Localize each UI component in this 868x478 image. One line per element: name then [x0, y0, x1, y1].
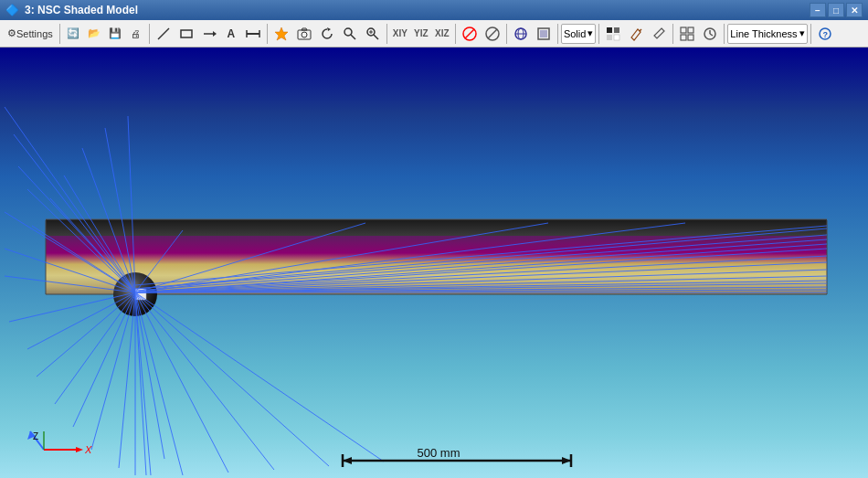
- svg-rect-32: [681, 27, 686, 33]
- xiy-label: XIY: [393, 28, 408, 38]
- star-icon: [274, 27, 289, 41]
- svg-rect-26: [540, 30, 547, 37]
- svg-line-94: [135, 294, 151, 475]
- folder-icon: 📂: [88, 27, 101, 39]
- svg-rect-27: [607, 27, 612, 33]
- layer-button[interactable]: [533, 23, 555, 45]
- svg-line-54: [5, 249, 135, 292]
- text-icon: A: [227, 27, 235, 40]
- stop-icon: [462, 27, 477, 41]
- grid-icon: [680, 27, 694, 41]
- svg-line-70: [135, 281, 827, 292]
- text-button[interactable]: A: [221, 23, 241, 45]
- solid-label: Solid: [564, 28, 586, 39]
- xiz-button[interactable]: XIZ: [432, 23, 452, 45]
- svg-marker-11: [327, 27, 331, 31]
- svg-line-95: [135, 294, 164, 459]
- sep8: [598, 24, 599, 44]
- svg-marker-100: [562, 457, 571, 464]
- svg-line-38: [710, 34, 713, 36]
- sep6: [506, 24, 507, 44]
- svg-line-64: [135, 292, 183, 475]
- svg-line-57: [27, 292, 135, 349]
- svg-line-48: [5, 107, 135, 292]
- svg-rect-35: [688, 35, 693, 40]
- svg-marker-3: [213, 31, 217, 37]
- stop-button[interactable]: [459, 23, 481, 45]
- svg-line-61: [91, 292, 135, 450]
- draw-line-button[interactable]: [153, 23, 175, 45]
- svg-line-92: [128, 116, 135, 292]
- title-bar-left: 🔷 3: NSC Shaded Model: [5, 4, 138, 16]
- svg-line-71: [135, 283, 827, 292]
- svg-line-73: [135, 290, 827, 292]
- svg-marker-105: [27, 431, 36, 440]
- window-title: 3: NSC Shaded Model: [25, 4, 138, 16]
- svg-marker-99: [343, 457, 352, 464]
- svg-line-72: [135, 287, 827, 292]
- title-bar-controls[interactable]: − □ ✕: [810, 3, 863, 17]
- svg-line-69: [135, 276, 827, 292]
- eyedropper-icon: [651, 27, 666, 41]
- svg-line-59: [55, 292, 135, 404]
- no-icon: [485, 27, 500, 41]
- paint-button[interactable]: [625, 23, 647, 45]
- eyedropper-button[interactable]: [648, 23, 670, 45]
- svg-line-85: [135, 256, 827, 292]
- sep7: [557, 24, 558, 44]
- toolbar: ⚙ Settings 🔄 📂 💾 🖨 A XIY YIZ XIZ: [0, 20, 868, 48]
- refresh-icon: 🔄: [67, 27, 79, 39]
- open-button[interactable]: 📂: [84, 23, 104, 45]
- svg-rect-41: [46, 219, 827, 294]
- sep4: [386, 24, 387, 44]
- line-icon: [156, 27, 171, 41]
- svg-line-66: [135, 292, 274, 470]
- help-button[interactable]: ?: [814, 23, 836, 45]
- globe-button[interactable]: [510, 23, 532, 45]
- minimize-button[interactable]: −: [810, 3, 826, 17]
- svg-line-60: [73, 292, 135, 427]
- paint-icon: [629, 27, 643, 41]
- rotate-icon: [320, 27, 334, 41]
- svg-marker-7: [275, 27, 288, 40]
- hline-button[interactable]: [242, 23, 264, 45]
- refresh-button[interactable]: 🔄: [63, 23, 83, 45]
- layer-icon: [536, 27, 551, 41]
- clock-button[interactable]: [699, 23, 721, 45]
- print-button[interactable]: 🖨: [126, 23, 146, 45]
- save-button[interactable]: 💾: [105, 23, 125, 45]
- scale-bar-group: 500 mm: [343, 446, 571, 467]
- sep3: [267, 24, 268, 44]
- window-icon: 🔷: [5, 4, 19, 16]
- svg-line-52: [5, 212, 135, 292]
- svg-rect-1: [181, 30, 192, 37]
- star-button[interactable]: [270, 23, 292, 45]
- settings-button[interactable]: ⚙ Settings: [4, 23, 57, 45]
- draw-rect-button[interactable]: [175, 23, 197, 45]
- help-icon: ?: [818, 27, 832, 41]
- svg-line-65: [135, 292, 228, 473]
- xiy-button[interactable]: XIY: [390, 23, 410, 45]
- draw-arrow-button[interactable]: [198, 23, 220, 45]
- color-icon: [606, 27, 620, 41]
- grid-button[interactable]: [676, 23, 698, 45]
- color-swatch[interactable]: [602, 23, 624, 45]
- rect-icon: [179, 27, 194, 41]
- solid-dropdown[interactable]: Solid ▾: [561, 24, 596, 44]
- rotate-button[interactable]: [316, 23, 338, 45]
- svg-line-63: [135, 292, 146, 475]
- zoom-fit-button[interactable]: [362, 23, 384, 45]
- line-thickness-dropdown[interactable]: Line Thickness ▾: [727, 24, 807, 44]
- magnify-button[interactable]: [339, 23, 361, 45]
- camera-button[interactable]: [293, 23, 315, 45]
- sep1: [59, 24, 60, 44]
- svg-rect-33: [688, 27, 693, 33]
- yiz-button[interactable]: YIZ: [411, 23, 431, 45]
- close-button[interactable]: ✕: [846, 3, 863, 17]
- hline-icon: [246, 27, 260, 41]
- no-button[interactable]: [482, 23, 503, 45]
- maximize-button[interactable]: □: [828, 3, 844, 17]
- svg-rect-29: [607, 35, 612, 40]
- svg-line-62: [119, 292, 135, 468]
- line-thickness-label: Line Thickness: [730, 28, 797, 39]
